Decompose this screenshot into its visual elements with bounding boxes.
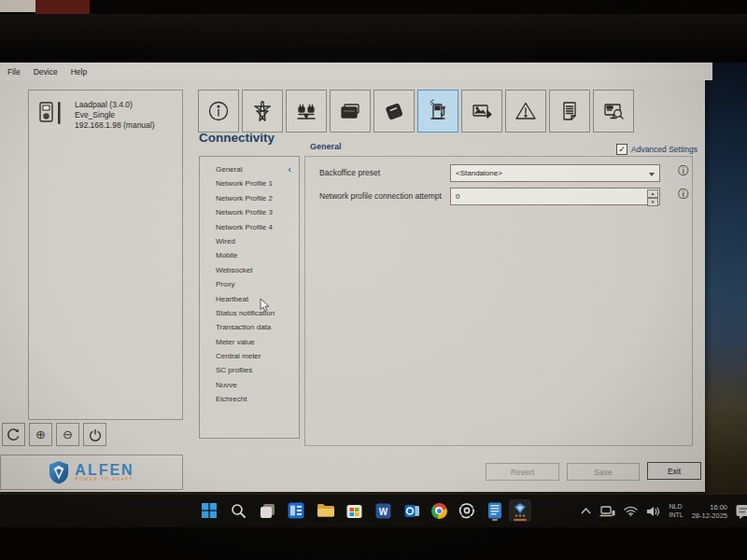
revert-button[interactable]: Revert <box>486 463 559 481</box>
subnav-item-status-notification[interactable]: Status notification <box>200 306 299 320</box>
taskbar-app-notes-running[interactable] <box>484 499 506 522</box>
spin-up-icon[interactable]: ▲ <box>647 189 658 198</box>
menu-device[interactable]: Device <box>34 67 58 77</box>
refresh-icon <box>7 427 21 441</box>
subnav-item-general[interactable]: General ‹ <box>200 162 299 176</box>
chatgpt-button[interactable] <box>456 499 478 522</box>
taskbar-app-layout[interactable] <box>285 499 307 522</box>
tray-device-icon[interactable] <box>599 506 615 517</box>
menu-help[interactable]: Help <box>71 67 87 77</box>
windows-logo-icon <box>202 503 217 518</box>
add-device-button[interactable]: ⊕ <box>29 423 52 446</box>
word-button[interactable]: W <box>372 499 394 522</box>
subnav-item-central-meter[interactable]: Central meter <box>200 349 299 363</box>
subnav-item-heartbeat[interactable]: Heartbeat <box>200 292 299 306</box>
subnav-item-meter-value[interactable]: Meter value <box>200 335 299 349</box>
taskbar-search-button[interactable] <box>227 499 249 522</box>
backoffice-preset-label: Backoffice preset <box>319 168 380 177</box>
subnav-item-websocket[interactable]: Websocket <box>200 263 299 277</box>
save-button[interactable]: Save <box>567 463 640 481</box>
remove-device-button[interactable]: ⊖ <box>56 423 79 446</box>
subnav-item-network-profile-1[interactable]: Network Profile 1 <box>200 176 299 190</box>
category-toolbar <box>198 90 634 133</box>
collapse-chevron-icon[interactable]: ‹ <box>288 162 291 176</box>
chrome-icon <box>431 503 447 519</box>
system-tray: NLD INTL 16:00 28-12-2025 <box>581 495 747 527</box>
laptop-bezel <box>0 14 747 63</box>
subnav-item-nuvve[interactable]: Nuvve <box>200 378 299 392</box>
subnav-item-proxy[interactable]: Proxy <box>200 277 299 291</box>
task-view-button[interactable] <box>256 499 278 522</box>
toolbar-tab-info[interactable] <box>198 90 239 133</box>
toolbar-tab-load-balancing[interactable] <box>286 90 327 133</box>
subnav-item-network-profile-2[interactable]: Network Profile 2 <box>200 191 299 205</box>
spin-down-icon[interactable]: ▼ <box>647 198 658 206</box>
subnav-item-mobile[interactable]: Mobile <box>200 248 299 262</box>
advanced-settings-toggle[interactable]: ✓ Advanced Settings <box>616 144 698 155</box>
device-address: 192.168.1.98 (manual) <box>75 120 155 131</box>
log-document-icon <box>557 99 582 123</box>
monitor-search-icon <box>601 99 626 123</box>
charging-station-icon <box>426 99 450 123</box>
active-indicator <box>514 519 527 522</box>
advanced-settings-label: Advanced Settings <box>631 145 698 154</box>
alfen-branding: ALFEN POWER TO ADAPT <box>0 455 183 490</box>
exit-button[interactable]: Exit <box>647 462 701 480</box>
image-export-icon <box>470 99 494 123</box>
background-curtain <box>0 0 35 12</box>
network-profile-attempt-spinbox[interactable]: 0 ▲ ▼ <box>450 188 660 205</box>
content-tab-title: General <box>310 142 342 151</box>
toolbar-tab-card-reader[interactable] <box>330 90 371 133</box>
plus-circle-icon: ⊕ <box>35 427 46 441</box>
word-icon: W <box>375 503 391 519</box>
load-balancing-icon <box>294 99 318 123</box>
network-profile-attempt-label: Network profile connection attempt <box>319 191 442 201</box>
file-explorer-button[interactable] <box>314 499 336 522</box>
background-brick-wall <box>35 0 90 14</box>
search-icon <box>231 503 247 519</box>
microsoft-store-button[interactable] <box>343 499 365 522</box>
info-icon <box>206 99 231 123</box>
outlook-button[interactable] <box>401 499 423 522</box>
chatgpt-icon <box>458 502 475 519</box>
power-device-button[interactable] <box>83 423 106 446</box>
refresh-devices-button[interactable] <box>2 423 25 446</box>
subnav-item-network-profile-4[interactable]: Network Profile 4 <box>200 220 299 234</box>
toolbar-tab-display-media[interactable] <box>461 90 502 133</box>
store-icon <box>346 503 362 519</box>
toolbar-tab-payment-terminal[interactable] <box>374 90 415 133</box>
alfen-shield-logo-icon <box>49 460 69 484</box>
brand-tagline: POWER TO ADAPT <box>75 477 134 482</box>
svg-text:W: W <box>378 506 388 516</box>
chrome-button[interactable] <box>428 499 450 522</box>
wifi-icon[interactable] <box>624 506 638 516</box>
subnav-item-network-profile-3[interactable]: Network Profile 3 <box>200 205 299 219</box>
notification-center-icon[interactable] <box>736 504 747 519</box>
toolbar-tab-logbook[interactable] <box>549 90 590 133</box>
device-list-item[interactable]: Laadpaal (3.4.0) Eve_Single 192.168.1.98… <box>37 100 155 131</box>
clock[interactable]: 16:00 28-12-2025 <box>692 503 727 520</box>
language-indicator[interactable]: NLD INTL <box>669 503 683 519</box>
start-button[interactable] <box>198 499 220 522</box>
toolbar-tab-warnings[interactable] <box>505 90 546 133</box>
taskbar-app-ace-installer-active[interactable] <box>509 499 531 522</box>
menu-file[interactable]: File <box>7 67 21 77</box>
volume-icon[interactable] <box>646 506 660 517</box>
subnav-item-wired[interactable]: Wired <box>200 234 299 248</box>
subnav-item-sc-profiles[interactable]: SC profiles <box>200 363 299 377</box>
toolbar-tab-grid-power[interactable] <box>242 90 283 133</box>
toolbar-tab-charging-station-selected[interactable] <box>417 90 458 133</box>
spinner-buttons: ▲ ▼ <box>647 189 658 205</box>
advanced-settings-checkbox[interactable]: ✓ <box>616 144 627 155</box>
laptop-screen: File Device Help Laadpaal (3.4.0) Eve_Si… <box>0 63 747 527</box>
tray-chevron-up-icon[interactable] <box>581 508 591 514</box>
network-profile-attempt-info-icon[interactable]: ⓘ <box>678 189 689 200</box>
payment-terminal-icon <box>382 99 406 123</box>
toolbar-tab-diagnostics[interactable] <box>593 90 634 133</box>
subnav-item-eichrecht[interactable]: Eichrecht <box>200 392 299 406</box>
outlook-icon <box>404 503 420 519</box>
backoffice-preset-dropdown[interactable]: <Standalone> <box>450 164 660 182</box>
subnav-item-transaction-data[interactable]: Transaction data <box>200 320 299 334</box>
mouse-cursor-icon <box>260 299 270 313</box>
backoffice-preset-info-icon[interactable]: ⓘ <box>678 165 689 176</box>
